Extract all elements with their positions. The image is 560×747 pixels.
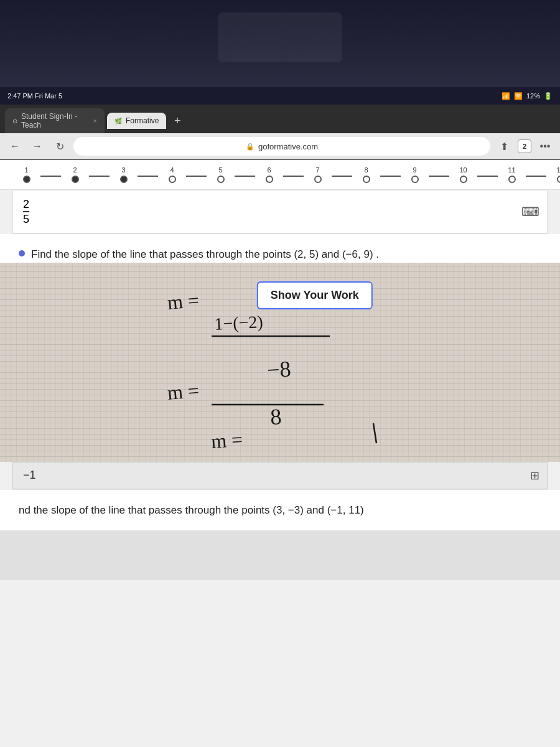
dot-circle-11[interactable] [508,176,516,183]
url-text: goformative.com [258,142,318,151]
tab1-close[interactable]: × [93,117,97,125]
dot-num-7: 7 [315,166,319,174]
next-answer-area[interactable] [0,530,560,580]
dot-num-5: 5 [218,166,222,174]
dot-line-2 [138,176,158,177]
dot-circle-3[interactable] [120,176,128,183]
dot-circle-12[interactable] [557,176,561,183]
dot-circle-10[interactable] [460,176,467,183]
question-1-text: Find the slope of the line that passes t… [31,247,379,263]
dot-circle-2[interactable] [72,176,79,183]
show-your-work-button[interactable]: Show Your Work [257,281,373,309]
signal-icon: 📶 [502,92,510,100]
dot-line-10 [526,176,546,177]
dot-num-12: 12 [556,166,560,174]
time-display: 2:47 PM Fri Mar 5 [7,92,62,100]
dot-circle-4[interactable] [169,176,176,183]
tab-formative[interactable]: 🌿 Formative [107,113,166,129]
answer-box-1[interactable]: −1 ⊞ [12,462,548,489]
tab2-icon: 🌿 [114,118,122,125]
question-dot-10[interactable]: 10 [449,166,477,183]
dot-num-11: 11 [508,166,515,174]
dot-line-8 [429,176,449,177]
fraction-display: 2 5 [23,199,29,225]
dot-circle-5[interactable] [217,176,225,183]
dot-circle-1[interactable] [23,176,30,183]
question-dot-8[interactable]: 8 [352,166,380,183]
dot-line-7 [380,176,401,177]
dot-num-3: 3 [121,166,125,174]
new-tab-button[interactable]: + [169,112,186,129]
dot-line-3 [186,176,207,177]
tab-student-signin[interactable]: ⊙ Student Sign-In - Teach × [5,108,105,133]
question-navigator: 12345678910111213141516 [0,160,560,190]
fraction-numerator: 2 [23,199,29,212]
fraction-denominator: 5 [23,212,29,225]
question-dot-3[interactable]: 3 [110,166,138,183]
question-1-section: Find the slope of the line that passes t… [0,234,560,263]
question-dots-container: 12345678910111213141516 [12,166,560,183]
battery-icon: 🔋 [544,92,553,100]
back-button[interactable]: ← [6,138,24,155]
question-dot-12[interactable]: 12 [546,166,560,183]
dot-line-9 [477,176,498,177]
dot-circle-7[interactable] [314,176,322,183]
dot-num-4: 4 [170,166,174,174]
dot-circle-9[interactable] [411,176,419,183]
dot-num-10: 10 [459,166,467,174]
question-dot-4[interactable]: 4 [158,166,186,183]
question-dot-6[interactable]: 6 [255,166,283,183]
work-area[interactable]: Show Your Work m = 1−(−2) −8 m = 8 m = [0,263,560,462]
address-bar: ← → ↻ 🔒 goformative.com ⬆ 2 ••• [0,133,560,159]
question-2-text: nd the slope of the line that passes thr… [19,502,541,519]
dot-num-1: 1 [24,166,28,174]
question-dot-11[interactable]: 11 [498,166,526,183]
tab1-label: Student Sign-In - Teach [21,112,87,129]
dot-line-4 [235,176,255,177]
page-content: 12345678910111213141516 2 5 ⌨ Find the s… [0,160,560,747]
answer-value-1: −1 [23,469,36,482]
reload-button[interactable]: ↻ [51,138,68,155]
battery-display: 12% [526,92,540,100]
dot-circle-6[interactable] [266,176,273,183]
forward-button[interactable]: → [29,138,46,155]
tab1-icon: ⊙ [12,118,17,125]
dot-line-0 [40,176,61,177]
question-2-section: nd the slope of the line that passes thr… [0,490,560,531]
question-dot-9[interactable]: 9 [401,166,429,183]
dot-num-6: 6 [267,166,271,174]
share-button[interactable]: ⬆ [495,138,513,155]
dot-line-5 [283,176,304,177]
lock-icon: 🔒 [246,143,254,151]
question-dot-5[interactable]: 5 [207,166,235,183]
url-bar[interactable]: 🔒 goformative.com [73,137,490,156]
wifi-icon: 🛜 [514,92,523,100]
dot-num-8: 8 [364,166,368,174]
question-dot-2[interactable]: 2 [61,166,89,183]
dot-num-2: 2 [73,166,77,174]
dot-num-9: 9 [413,166,416,174]
answer-keyboard-icon-1[interactable]: ⊞ [530,469,539,482]
dot-line-1 [89,176,110,177]
keyboard-icon[interactable]: ⌨ [521,204,539,219]
question-bullet-dot [19,250,25,256]
device-frame-top [0,0,560,87]
tab2-label: Formative [126,116,159,125]
browser-chrome: ⊙ Student Sign-In - Teach × 🌿 Formative … [0,105,560,160]
menu-button[interactable]: ••• [536,138,554,155]
dot-line-6 [332,176,352,177]
dot-circle-8[interactable] [363,176,370,183]
question-dot-1[interactable]: 1 [12,166,40,183]
fraction-input-box[interactable]: 2 5 ⌨ [12,190,548,233]
tab-count-badge[interactable]: 2 [518,139,531,153]
tab-bar: ⊙ Student Sign-In - Teach × 🌿 Formative … [0,105,560,133]
question-dot-7[interactable]: 7 [304,166,332,183]
status-bar: 2:47 PM Fri Mar 5 📶 🛜 12% 🔋 [0,87,560,105]
question-1-bullet: Find the slope of the line that passes t… [19,247,541,263]
